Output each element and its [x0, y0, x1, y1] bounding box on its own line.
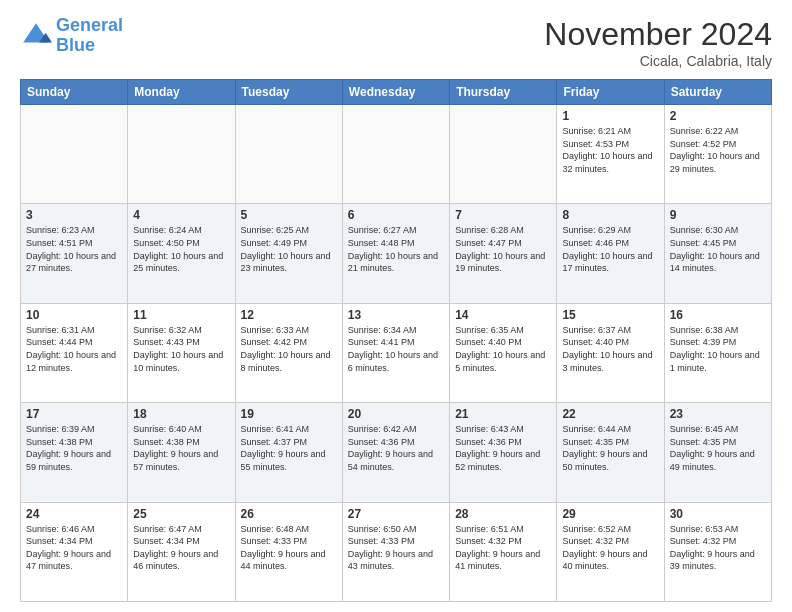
col-sunday: Sunday: [21, 80, 128, 105]
day-number: 27: [348, 507, 444, 521]
logo-general: General: [56, 15, 123, 35]
day-number: 21: [455, 407, 551, 421]
cell-info: Sunrise: 6:33 AM Sunset: 4:42 PM Dayligh…: [241, 324, 337, 374]
day-number: 9: [670, 208, 766, 222]
table-cell: 4Sunrise: 6:24 AM Sunset: 4:50 PM Daylig…: [128, 204, 235, 303]
calendar: Sunday Monday Tuesday Wednesday Thursday…: [20, 79, 772, 602]
day-number: 12: [241, 308, 337, 322]
table-cell: 29Sunrise: 6:52 AM Sunset: 4:32 PM Dayli…: [557, 502, 664, 601]
cell-info: Sunrise: 6:24 AM Sunset: 4:50 PM Dayligh…: [133, 224, 229, 274]
table-cell: 28Sunrise: 6:51 AM Sunset: 4:32 PM Dayli…: [450, 502, 557, 601]
table-cell: 1Sunrise: 6:21 AM Sunset: 4:53 PM Daylig…: [557, 105, 664, 204]
table-cell: 3Sunrise: 6:23 AM Sunset: 4:51 PM Daylig…: [21, 204, 128, 303]
logo-blue: Blue: [56, 36, 123, 56]
table-cell: 30Sunrise: 6:53 AM Sunset: 4:32 PM Dayli…: [664, 502, 771, 601]
day-number: 11: [133, 308, 229, 322]
cell-info: Sunrise: 6:38 AM Sunset: 4:39 PM Dayligh…: [670, 324, 766, 374]
table-cell: [342, 105, 449, 204]
cell-info: Sunrise: 6:23 AM Sunset: 4:51 PM Dayligh…: [26, 224, 122, 274]
cell-info: Sunrise: 6:48 AM Sunset: 4:33 PM Dayligh…: [241, 523, 337, 573]
cell-info: Sunrise: 6:50 AM Sunset: 4:33 PM Dayligh…: [348, 523, 444, 573]
cell-info: Sunrise: 6:42 AM Sunset: 4:36 PM Dayligh…: [348, 423, 444, 473]
day-number: 23: [670, 407, 766, 421]
table-cell: 22Sunrise: 6:44 AM Sunset: 4:35 PM Dayli…: [557, 403, 664, 502]
cell-info: Sunrise: 6:46 AM Sunset: 4:34 PM Dayligh…: [26, 523, 122, 573]
week-row-5: 24Sunrise: 6:46 AM Sunset: 4:34 PM Dayli…: [21, 502, 772, 601]
location: Cicala, Calabria, Italy: [544, 53, 772, 69]
cell-info: Sunrise: 6:39 AM Sunset: 4:38 PM Dayligh…: [26, 423, 122, 473]
day-number: 30: [670, 507, 766, 521]
cell-info: Sunrise: 6:29 AM Sunset: 4:46 PM Dayligh…: [562, 224, 658, 274]
table-cell: 6Sunrise: 6:27 AM Sunset: 4:48 PM Daylig…: [342, 204, 449, 303]
day-number: 24: [26, 507, 122, 521]
table-cell: 5Sunrise: 6:25 AM Sunset: 4:49 PM Daylig…: [235, 204, 342, 303]
table-cell: 15Sunrise: 6:37 AM Sunset: 4:40 PM Dayli…: [557, 303, 664, 402]
col-monday: Monday: [128, 80, 235, 105]
calendar-table: Sunday Monday Tuesday Wednesday Thursday…: [20, 79, 772, 602]
week-row-4: 17Sunrise: 6:39 AM Sunset: 4:38 PM Dayli…: [21, 403, 772, 502]
cell-info: Sunrise: 6:40 AM Sunset: 4:38 PM Dayligh…: [133, 423, 229, 473]
week-row-2: 3Sunrise: 6:23 AM Sunset: 4:51 PM Daylig…: [21, 204, 772, 303]
cell-info: Sunrise: 6:41 AM Sunset: 4:37 PM Dayligh…: [241, 423, 337, 473]
day-number: 28: [455, 507, 551, 521]
day-number: 1: [562, 109, 658, 123]
day-number: 14: [455, 308, 551, 322]
cell-info: Sunrise: 6:37 AM Sunset: 4:40 PM Dayligh…: [562, 324, 658, 374]
week-row-1: 1Sunrise: 6:21 AM Sunset: 4:53 PM Daylig…: [21, 105, 772, 204]
day-number: 18: [133, 407, 229, 421]
logo: General Blue: [20, 16, 123, 56]
table-cell: 18Sunrise: 6:40 AM Sunset: 4:38 PM Dayli…: [128, 403, 235, 502]
cell-info: Sunrise: 6:32 AM Sunset: 4:43 PM Dayligh…: [133, 324, 229, 374]
table-cell: [235, 105, 342, 204]
table-cell: 21Sunrise: 6:43 AM Sunset: 4:36 PM Dayli…: [450, 403, 557, 502]
cell-info: Sunrise: 6:35 AM Sunset: 4:40 PM Dayligh…: [455, 324, 551, 374]
table-cell: 7Sunrise: 6:28 AM Sunset: 4:47 PM Daylig…: [450, 204, 557, 303]
col-friday: Friday: [557, 80, 664, 105]
table-cell: 24Sunrise: 6:46 AM Sunset: 4:34 PM Dayli…: [21, 502, 128, 601]
cell-info: Sunrise: 6:51 AM Sunset: 4:32 PM Dayligh…: [455, 523, 551, 573]
cell-info: Sunrise: 6:31 AM Sunset: 4:44 PM Dayligh…: [26, 324, 122, 374]
col-wednesday: Wednesday: [342, 80, 449, 105]
cell-info: Sunrise: 6:45 AM Sunset: 4:35 PM Dayligh…: [670, 423, 766, 473]
table-cell: [128, 105, 235, 204]
table-cell: 2Sunrise: 6:22 AM Sunset: 4:52 PM Daylig…: [664, 105, 771, 204]
table-cell: 19Sunrise: 6:41 AM Sunset: 4:37 PM Dayli…: [235, 403, 342, 502]
day-number: 13: [348, 308, 444, 322]
day-number: 2: [670, 109, 766, 123]
table-cell: 13Sunrise: 6:34 AM Sunset: 4:41 PM Dayli…: [342, 303, 449, 402]
cell-info: Sunrise: 6:52 AM Sunset: 4:32 PM Dayligh…: [562, 523, 658, 573]
cell-info: Sunrise: 6:47 AM Sunset: 4:34 PM Dayligh…: [133, 523, 229, 573]
table-cell: 27Sunrise: 6:50 AM Sunset: 4:33 PM Dayli…: [342, 502, 449, 601]
table-cell: 23Sunrise: 6:45 AM Sunset: 4:35 PM Dayli…: [664, 403, 771, 502]
table-cell: 16Sunrise: 6:38 AM Sunset: 4:39 PM Dayli…: [664, 303, 771, 402]
day-number: 29: [562, 507, 658, 521]
table-cell: 12Sunrise: 6:33 AM Sunset: 4:42 PM Dayli…: [235, 303, 342, 402]
day-number: 6: [348, 208, 444, 222]
day-number: 17: [26, 407, 122, 421]
col-saturday: Saturday: [664, 80, 771, 105]
day-number: 22: [562, 407, 658, 421]
header-row: Sunday Monday Tuesday Wednesday Thursday…: [21, 80, 772, 105]
cell-info: Sunrise: 6:43 AM Sunset: 4:36 PM Dayligh…: [455, 423, 551, 473]
day-number: 5: [241, 208, 337, 222]
day-number: 20: [348, 407, 444, 421]
day-number: 10: [26, 308, 122, 322]
table-cell: [450, 105, 557, 204]
table-cell: 20Sunrise: 6:42 AM Sunset: 4:36 PM Dayli…: [342, 403, 449, 502]
day-number: 16: [670, 308, 766, 322]
table-cell: 9Sunrise: 6:30 AM Sunset: 4:45 PM Daylig…: [664, 204, 771, 303]
table-cell: 14Sunrise: 6:35 AM Sunset: 4:40 PM Dayli…: [450, 303, 557, 402]
day-number: 15: [562, 308, 658, 322]
cell-info: Sunrise: 6:34 AM Sunset: 4:41 PM Dayligh…: [348, 324, 444, 374]
day-number: 3: [26, 208, 122, 222]
table-cell: 10Sunrise: 6:31 AM Sunset: 4:44 PM Dayli…: [21, 303, 128, 402]
logo-icon: [20, 20, 52, 52]
logo-text: General Blue: [56, 16, 123, 56]
title-block: November 2024 Cicala, Calabria, Italy: [544, 16, 772, 69]
cell-info: Sunrise: 6:21 AM Sunset: 4:53 PM Dayligh…: [562, 125, 658, 175]
table-cell: 17Sunrise: 6:39 AM Sunset: 4:38 PM Dayli…: [21, 403, 128, 502]
table-cell: 11Sunrise: 6:32 AM Sunset: 4:43 PM Dayli…: [128, 303, 235, 402]
cell-info: Sunrise: 6:44 AM Sunset: 4:35 PM Dayligh…: [562, 423, 658, 473]
cell-info: Sunrise: 6:30 AM Sunset: 4:45 PM Dayligh…: [670, 224, 766, 274]
cell-info: Sunrise: 6:28 AM Sunset: 4:47 PM Dayligh…: [455, 224, 551, 274]
